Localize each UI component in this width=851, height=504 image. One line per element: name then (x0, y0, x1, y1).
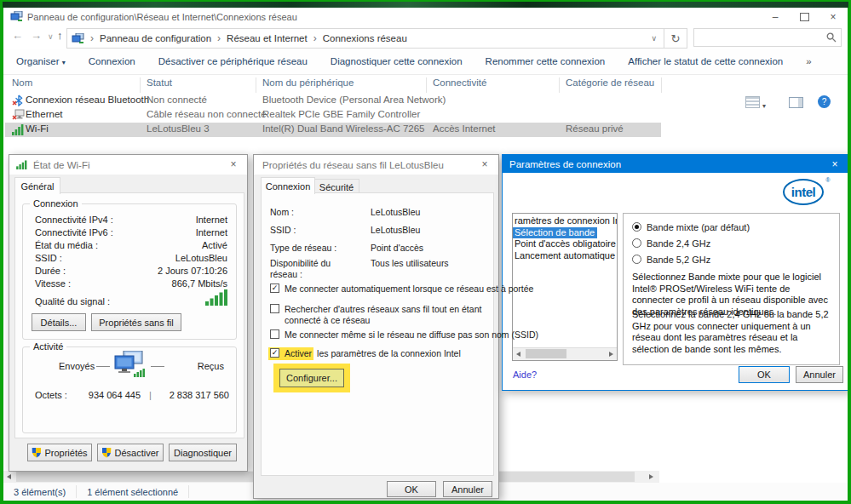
up-button[interactable]: ↑ (57, 29, 63, 42)
bytes-label: Octets : (35, 390, 67, 400)
command-bar: Organiser ▾ Connexion Désactiver ce péri… (3, 49, 848, 75)
preview-pane-icon[interactable] (789, 97, 803, 108)
band-selection-panel: Bande mixte (par défaut) Bande 2,4 GHz B… (623, 213, 840, 365)
list-item[interactable]: Lancement automatique d'app (513, 250, 617, 262)
list-item[interactable]: Point d'accès obligatoire (513, 238, 617, 250)
field-label: Vitesse : (35, 278, 71, 289)
back-button[interactable]: ← (12, 29, 23, 42)
address-dropdown-icon[interactable]: ∨ (651, 34, 657, 43)
wireless-properties-tab-page: Nom : LeLotusBleu SSID : LeLotusBleu Typ… (261, 192, 494, 476)
field-value: Point d'accès (371, 243, 423, 253)
diagnose-button[interactable]: Diagnostiquer (169, 444, 237, 461)
field-value: Tous les utilisateurs (371, 258, 449, 268)
search-input[interactable] (693, 28, 842, 47)
screenshot-frame: Panneau de configuration\Réseau et Inter… (0, 0, 851, 504)
list-item-ethernet[interactable]: Ethernet Câble réseau non connecté Realt… (5, 108, 661, 123)
signal-quality-icon (205, 289, 227, 306)
breadcrumb-separator-icon: › (313, 32, 317, 44)
wireless-properties-button[interactable]: Propriétés sans fil (91, 313, 181, 331)
tab-general[interactable]: Général (14, 177, 60, 194)
list-item[interactable]: ramètres de connexion Interne (513, 215, 617, 227)
toolbar-overflow-icon[interactable]: » (806, 56, 811, 66)
status-selection: 1 élément sélectionné (77, 485, 189, 498)
radio-icon (632, 255, 641, 264)
disable-button[interactable]: Désactiver (97, 444, 164, 461)
checkbox-connect-hidden-ssid[interactable]: ✓ Me connecter même si le réseau ne diff… (270, 329, 538, 341)
radio-band-52[interactable]: Bande 5,2 GHz (632, 255, 710, 266)
configure-button[interactable]: Configurer... (279, 369, 344, 387)
dropdown-icon: ▾ (62, 59, 66, 66)
column-header-connectivity[interactable]: Connectivité (433, 77, 486, 88)
desktop-background (3, 2, 848, 8)
forward-button[interactable]: → (31, 29, 42, 42)
field-label: Connectivité IPv6 : (35, 227, 113, 238)
window-title: Panneau de configuration\Réseau et Inter… (27, 12, 297, 22)
breadcrumb-item-network-connections[interactable]: Connexions réseau (323, 33, 407, 43)
checkbox-icon: ✓ (270, 329, 279, 339)
list-horizontal-scrollbar[interactable] (513, 347, 617, 360)
scroll-right-icon[interactable] (609, 352, 613, 357)
list-item-bluetooth[interactable]: Connexion réseau Bluetooth Non connecté … (5, 94, 661, 108)
history-dropdown-icon[interactable]: ∨ (48, 32, 54, 41)
toolbar-disable-device[interactable]: Désactiver ce périphérique réseau (158, 56, 308, 66)
close-icon[interactable]: × (822, 155, 848, 173)
field-value: Activé (202, 240, 227, 250)
checkbox-icon: ✓ (270, 348, 279, 358)
cancel-button[interactable]: Annuler (443, 481, 492, 497)
column-header-device[interactable]: Nom du périphérique (262, 77, 354, 88)
field-value: LeLotusBleu (371, 207, 420, 217)
breadcrumb-item-control-panel[interactable]: Panneau de configuration (100, 33, 211, 43)
cancel-button[interactable]: Annuler (796, 366, 843, 383)
maximize-button[interactable] (790, 8, 819, 26)
details-button[interactable]: Détails... (32, 313, 86, 331)
checkbox-search-other-networks[interactable]: ✓ Rechercher d'autres réseaux sans fil t… (270, 304, 485, 325)
column-header-nom[interactable]: Nom (12, 77, 32, 88)
refresh-button[interactable]: ↻ (664, 28, 687, 49)
scroll-left-icon[interactable] (516, 352, 520, 357)
toolbar-rename[interactable]: Renommer cette connexion (486, 56, 606, 66)
radio-band-24[interactable]: Bande 2,4 GHz (632, 238, 710, 249)
address-bar[interactable]: › Panneau de configuration › Réseau et I… (66, 28, 664, 49)
wireless-properties-title-bar: Propriétés du réseau sans fil LeLotusBle… (254, 155, 498, 175)
toolbar-organize[interactable]: Organiser ▾ (16, 56, 66, 66)
uac-shield-icon (32, 448, 41, 458)
minimize-button[interactable]: – (761, 8, 790, 26)
breadcrumb-item-network-internet[interactable]: Réseau et Internet (227, 33, 308, 43)
close-icon[interactable]: × (220, 155, 247, 174)
field-value: LeLotusBleu (175, 253, 227, 263)
radio-mixed-band[interactable]: Bande mixte (par défaut) (632, 222, 750, 233)
ok-button[interactable]: OK (387, 481, 436, 497)
help-icon[interactable]: ? (818, 95, 831, 108)
wifi-status-dialog: État de Wi-Fi × Général Connexion Connec… (9, 154, 248, 472)
field-label: SSID : (270, 225, 296, 235)
status-item-count: 3 élément(s) (3, 485, 77, 498)
uac-shield-icon (102, 448, 112, 458)
column-header-statut[interactable]: Statut (147, 77, 172, 88)
description-band-select: Sélectionnez la bande 2,4 GHz ou la band… (632, 309, 831, 355)
checkbox-icon: ✓ (270, 284, 279, 293)
properties-button[interactable]: Propriétés (27, 444, 92, 461)
received-label: Reçus (198, 361, 224, 371)
wifi-signal-icon (16, 160, 28, 169)
dialog-title: Propriétés du réseau sans fil LeLotusBle… (262, 160, 444, 170)
tab-connexion[interactable]: Connexion (261, 177, 315, 194)
close-icon[interactable]: × (471, 155, 498, 174)
list-item-wifi[interactable]: Wi-Fi LeLotusBleu 3 Intel(R) Dual Band W… (5, 123, 661, 137)
field-label: Nom : (270, 207, 294, 217)
radio-icon (632, 222, 641, 232)
toolbar-diagnose[interactable]: Diagnostiquer cette connexion (331, 56, 463, 66)
scroll-left-icon[interactable] (7, 474, 11, 479)
close-button[interactable]: × (819, 8, 848, 26)
scroll-right-icon[interactable] (649, 474, 653, 479)
scrollbar-thumb[interactable] (526, 349, 566, 358)
ok-button[interactable]: OK (739, 366, 790, 383)
toolbar-view-status[interactable]: Afficher le statut de cette connexion (628, 56, 783, 66)
help-link[interactable]: Aide? (513, 369, 537, 380)
column-header-category[interactable]: Catégorie de réseau (566, 77, 654, 88)
list-item-selected[interactable]: Sélection de bande (513, 227, 597, 239)
checkbox-auto-connect[interactable]: ✓ Me connecter automatiquement lorsque c… (270, 284, 533, 295)
checkbox-enable-intel-settings[interactable]: ✓ Activer les paramètres de la connexion… (270, 348, 461, 359)
breadcrumb-separator-icon: › (90, 32, 94, 44)
layout-icon[interactable]: ▾ (745, 96, 766, 110)
toolbar-connexion[interactable]: Connexion (89, 56, 135, 66)
